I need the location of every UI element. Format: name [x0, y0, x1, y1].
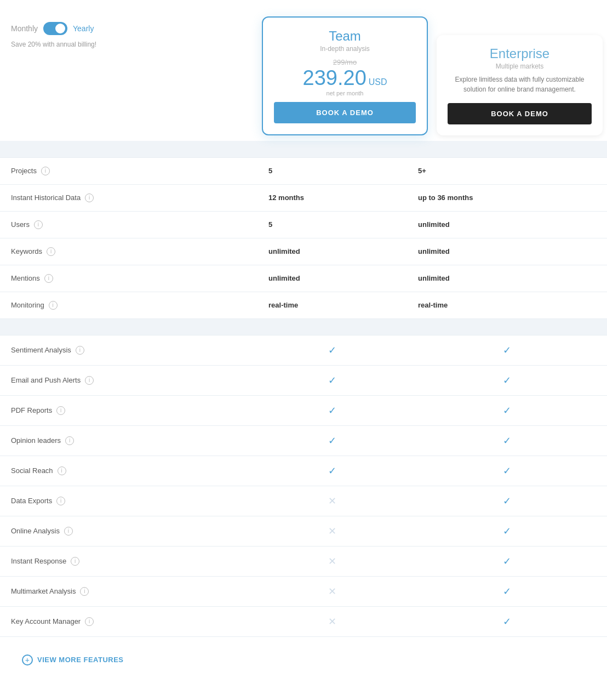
team-plan-currency: USD: [369, 77, 387, 87]
info-icon-pdf-reports[interactable]: i: [56, 406, 65, 415]
team-plan-card: Team In-depth analysis 299/mo 239.20 USD…: [262, 16, 428, 135]
team-historical-value: 12 months: [257, 184, 407, 211]
team-online-analysis-cross: ✕: [257, 516, 407, 546]
billing-toggle[interactable]: [43, 22, 67, 35]
table-row: Instant Historical Data i 12 months up t…: [0, 184, 607, 211]
enterprise-multimarket-check: ✓: [407, 576, 607, 606]
feature-name-cell: Instant Response i: [11, 557, 247, 566]
feature-opinion-leaders: Opinion leaders i: [0, 425, 257, 456]
feature-name-cell: Multimarket Analysis i: [11, 587, 247, 596]
enterprise-key-account-check: ✓: [407, 606, 607, 636]
enterprise-plan-name: Enterprise: [448, 46, 592, 61]
table-row: Key Account Manager i ✕ ✓: [0, 606, 607, 636]
table-row: Instant Response i ✕ ✓: [0, 546, 607, 576]
feature-name-cell: Instant Historical Data i: [11, 194, 247, 202]
feature-mentions: Mentions i: [0, 265, 257, 292]
table-row: PDF Reports i ✓ ✓: [0, 395, 607, 425]
feature-projects: Projects i: [0, 157, 257, 184]
info-icon-projects[interactable]: i: [41, 167, 50, 175]
info-icon-users[interactable]: i: [34, 220, 43, 229]
team-data-exports-cross: ✕: [257, 486, 407, 516]
info-icon-online-analysis[interactable]: i: [64, 527, 73, 536]
team-email-alerts-check: ✓: [257, 365, 407, 395]
team-plan-price: 239.20: [303, 66, 367, 89]
feature-key-account: Key Account Manager i: [0, 606, 257, 636]
info-icon-monitoring[interactable]: i: [49, 301, 58, 310]
info-icon-social-reach[interactable]: i: [58, 466, 66, 475]
check-icon: ✓: [418, 435, 596, 447]
enterprise-pdf-reports-check: ✓: [407, 395, 607, 425]
enterprise-book-demo-button[interactable]: BOOK A DEMO: [448, 103, 592, 124]
team-key-account-cross: ✕: [257, 606, 407, 636]
table-row: Online Analysis i ✕ ✓: [0, 516, 607, 546]
team-multimarket-cross: ✕: [257, 576, 407, 606]
info-icon-data-exports[interactable]: i: [56, 497, 65, 505]
check-icon: ✓: [418, 525, 596, 537]
check-icon: ✓: [418, 585, 596, 597]
feature-online-analysis: Online Analysis i: [0, 516, 257, 546]
view-more-icon: +: [22, 655, 33, 665]
toggle-row: Monthly Yearly: [11, 22, 96, 35]
info-icon-email-alerts[interactable]: i: [85, 376, 94, 385]
check-icon: ✓: [268, 344, 396, 356]
team-instant-response-cross: ✕: [257, 546, 407, 576]
section2-divider: [0, 318, 607, 335]
cross-icon: ✕: [268, 495, 396, 507]
cross-icon: ✕: [268, 616, 396, 628]
feature-name-cell: PDF Reports i: [11, 406, 247, 415]
table-row: Email and Push Alerts i ✓ ✓: [0, 365, 607, 395]
team-users-value: 5: [257, 211, 407, 238]
view-more-button[interactable]: + VIEW MORE FEATURES: [11, 646, 596, 674]
feature-keywords: Keywords i: [0, 238, 257, 265]
cross-icon: ✕: [268, 585, 396, 597]
feature-social-reach: Social Reach i: [0, 456, 257, 486]
enterprise-plan-desc: Explore limitless data with fully custom…: [448, 75, 592, 94]
feature-users: Users i: [0, 211, 257, 238]
team-plan-period: net per month: [274, 90, 416, 96]
feature-name-cell: Sentiment Analysis i: [11, 346, 247, 355]
cross-icon: ✕: [268, 555, 396, 567]
table-row: Monitoring i real-time real-time: [0, 292, 607, 318]
info-icon-instant-response[interactable]: i: [71, 557, 79, 566]
team-plan-price-original: 299/mo: [274, 58, 416, 66]
enterprise-sentiment-check: ✓: [407, 335, 607, 365]
feature-name-cell: Monitoring i: [11, 301, 247, 310]
info-icon-key-account[interactable]: i: [85, 617, 94, 626]
info-icon-historical[interactable]: i: [85, 194, 94, 202]
check-icon: ✓: [418, 495, 596, 507]
check-icon: ✓: [268, 405, 396, 417]
table-row: Opinion leaders i ✓ ✓: [0, 425, 607, 456]
info-icon-keywords[interactable]: i: [47, 247, 55, 256]
table-row: Mentions i unlimited unlimited: [0, 265, 607, 292]
enterprise-keywords-value: unlimited: [407, 238, 607, 265]
feature-monitoring: Monitoring i: [0, 292, 257, 318]
feature-name-cell: Projects i: [11, 167, 247, 175]
table-row: Data Exports i ✕ ✓: [0, 486, 607, 516]
info-icon-opinion-leaders[interactable]: i: [65, 436, 74, 445]
feature-multimarket: Multimarket Analysis i: [0, 576, 257, 606]
billing-toggle-area: Monthly Yearly Save 20% with annual bill…: [11, 22, 96, 48]
feature-instant-response: Instant Response i: [0, 546, 257, 576]
check-icon: ✓: [418, 616, 596, 628]
team-plan-subtitle: In-depth analysis: [274, 45, 416, 53]
info-icon-sentiment[interactable]: i: [76, 346, 84, 355]
team-book-demo-button[interactable]: BOOK A DEMO: [274, 102, 416, 123]
check-icon: ✓: [268, 435, 396, 447]
team-sentiment-check: ✓: [257, 335, 407, 365]
view-more-row[interactable]: + VIEW MORE FEATURES: [0, 636, 607, 683]
feature-email-alerts: Email and Push Alerts i: [0, 365, 257, 395]
enterprise-projects-value: 5+: [407, 157, 607, 184]
table-row: Sentiment Analysis i ✓ ✓: [0, 335, 607, 365]
enterprise-social-reach-check: ✓: [407, 456, 607, 486]
yearly-label: Yearly: [73, 24, 94, 33]
check-icon: ✓: [268, 465, 396, 477]
team-social-reach-check: ✓: [257, 456, 407, 486]
enterprise-data-exports-check: ✓: [407, 486, 607, 516]
feature-name-cell: Opinion leaders i: [11, 436, 247, 445]
team-plan-name: Team: [274, 29, 416, 44]
feature-name-cell: Data Exports i: [11, 497, 247, 505]
table-row: Keywords i unlimited unlimited: [0, 238, 607, 265]
info-icon-mentions[interactable]: i: [44, 274, 53, 283]
info-icon-multimarket[interactable]: i: [80, 587, 89, 596]
feature-name-cell: Social Reach i: [11, 466, 247, 475]
